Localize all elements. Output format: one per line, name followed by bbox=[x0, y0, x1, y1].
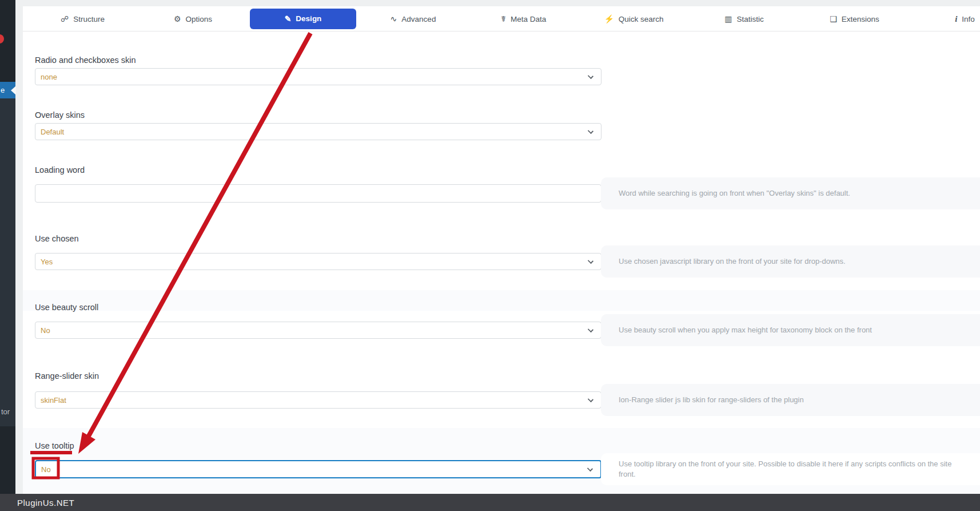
sidebar-current-menu-item[interactable]: e bbox=[0, 82, 15, 98]
paint-icon: ✎ bbox=[285, 15, 292, 23]
chevron-down-icon bbox=[588, 73, 593, 79]
tab-info-label: Info bbox=[962, 15, 975, 23]
description-use-tooltip: Use tooltip library on the front of your… bbox=[601, 453, 980, 485]
sidebar-current-menu-item-label: e bbox=[0, 86, 5, 94]
select-overlay-skins-value: Default bbox=[35, 128, 64, 136]
description-use-chosen: Use chosen javascript library on the fro… bbox=[601, 245, 980, 278]
select-use-chosen[interactable]: Yes bbox=[35, 253, 601, 270]
chevron-down-icon bbox=[588, 128, 593, 134]
tab-structure[interactable]: ☍ Structure bbox=[27, 6, 138, 31]
select-radio-checkboxes-skin[interactable]: none bbox=[35, 68, 601, 85]
chevron-down-icon bbox=[588, 327, 593, 332]
wave-icon: ∿ bbox=[391, 15, 397, 23]
bar-chart-icon: ▥ bbox=[724, 15, 732, 23]
select-use-tooltip[interactable]: No bbox=[35, 460, 601, 478]
tab-quick-search[interactable]: ⚡ Quick search bbox=[579, 6, 689, 31]
tab-statistic[interactable]: ▥ Statistic bbox=[689, 6, 799, 31]
select-use-chosen-value: Yes bbox=[35, 258, 53, 266]
description-loading-word: Word while searching is going on front w… bbox=[601, 177, 980, 209]
current-item-arrow-icon bbox=[11, 86, 16, 95]
chevron-down-icon bbox=[588, 397, 593, 402]
sidebar-submenu-item[interactable]: tor bbox=[1, 407, 10, 416]
row-band bbox=[23, 290, 980, 311]
field-label-radio-checkboxes-skin: Radio and checkboxes skin bbox=[35, 56, 136, 65]
chevron-down-icon bbox=[588, 258, 593, 264]
tab-extensions[interactable]: ❑ Extensions bbox=[799, 6, 910, 31]
loading-word-input[interactable] bbox=[35, 184, 601, 203]
tab-info[interactable]: i Info bbox=[910, 6, 980, 31]
tab-advanced-label: Advanced bbox=[401, 15, 436, 23]
structure-icon: ☍ bbox=[61, 15, 69, 23]
puzzle-icon: ❑ bbox=[830, 15, 837, 23]
select-overlay-skins[interactable]: Default bbox=[35, 123, 601, 140]
tab-meta-data[interactable]: ☤ Meta Data bbox=[468, 6, 579, 31]
field-label-overlay-skins: Overlay skins bbox=[35, 110, 85, 120]
settings-tabbar: ☍ Structure ⚙ Options ✎ Design ∿ Advance… bbox=[23, 6, 980, 31]
brand-watermark: PluginUs.NET bbox=[0, 498, 74, 508]
chevron-down-icon bbox=[587, 466, 593, 472]
tab-design-label: Design bbox=[296, 14, 321, 23]
tab-structure-label: Structure bbox=[73, 15, 105, 23]
field-label-range-slider-skin: Range-slider skin bbox=[35, 371, 99, 381]
tab-options-label: Options bbox=[186, 15, 213, 23]
footer-bar: PluginUs.NET bbox=[0, 494, 980, 511]
sidebar-submenu: tor bbox=[0, 98, 15, 426]
select-use-tooltip-value: No bbox=[36, 465, 51, 474]
description-range-slider-skin: Ion-Range slider js lib skin for range-s… bbox=[601, 384, 980, 416]
tab-options[interactable]: ⚙ Options bbox=[138, 6, 248, 31]
field-label-use-tooltip: Use tooltip bbox=[35, 441, 74, 450]
tab-statistic-label: Statistic bbox=[736, 15, 763, 23]
info-icon: i bbox=[955, 15, 957, 23]
tab-design[interactable]: ✎ Design bbox=[250, 9, 356, 29]
tab-meta-data-label: Meta Data bbox=[511, 15, 546, 23]
settings-panel: ☍ Structure ⚙ Options ✎ Design ∿ Advance… bbox=[23, 6, 980, 494]
tab-extensions-label: Extensions bbox=[842, 15, 879, 23]
admin-sidebar: e tor bbox=[0, 0, 15, 494]
tab-advanced[interactable]: ∿ Advanced bbox=[358, 6, 468, 31]
lightning-icon: ⚡ bbox=[604, 15, 614, 23]
description-use-beauty-scroll: Use beauty scroll when you apply max hei… bbox=[601, 314, 980, 346]
notification-badge bbox=[0, 34, 4, 43]
select-range-slider-skin-value: skinFlat bbox=[35, 396, 66, 405]
select-range-slider-skin[interactable]: skinFlat bbox=[35, 391, 601, 409]
select-use-beauty-scroll-value: No bbox=[35, 326, 50, 335]
select-use-beauty-scroll[interactable]: No bbox=[35, 322, 601, 339]
field-label-use-beauty-scroll: Use beauty scroll bbox=[35, 303, 98, 312]
gear-icon: ⚙ bbox=[174, 15, 181, 23]
helix-icon: ☤ bbox=[501, 15, 506, 23]
tab-quick-search-label: Quick search bbox=[619, 15, 664, 23]
field-label-loading-word: Loading word bbox=[35, 165, 85, 175]
field-label-use-chosen: Use chosen bbox=[35, 234, 79, 243]
select-radio-checkboxes-skin-value: none bbox=[35, 73, 57, 81]
